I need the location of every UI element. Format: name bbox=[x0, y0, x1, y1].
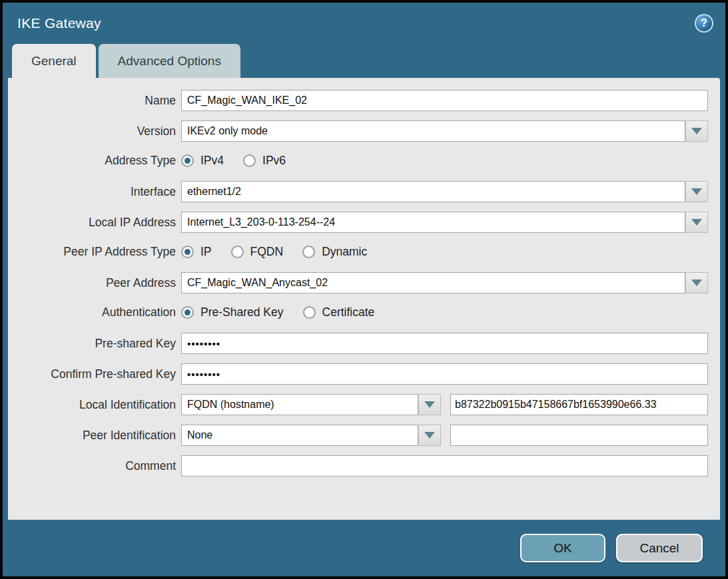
tab-bar: General Advanced Options bbox=[3, 44, 725, 78]
peer-identification-label: Peer Identification bbox=[8, 429, 176, 443]
fqdn-radio[interactable] bbox=[231, 246, 244, 258]
address-type-label: Address Type bbox=[8, 154, 176, 168]
peer-identification-type-dropdown[interactable]: None bbox=[181, 425, 441, 446]
peer-identification-type-value[interactable]: None bbox=[181, 425, 418, 446]
interface-label: Interface bbox=[8, 185, 176, 199]
row-name: Name bbox=[8, 90, 720, 111]
comment-input[interactable] bbox=[181, 455, 708, 477]
ike-gateway-dialog: IKE Gateway ? General Advanced Options N… bbox=[0, 0, 728, 579]
peer-identification-value-input[interactable] bbox=[450, 425, 708, 446]
radio-option-ip: IP bbox=[181, 245, 212, 259]
local-identification-value-input[interactable] bbox=[450, 394, 708, 415]
row-pre-shared-key: Pre-shared Key bbox=[8, 333, 720, 354]
ipv4-radio[interactable] bbox=[181, 154, 194, 167]
dynamic-radio-label: Dynamic bbox=[322, 245, 367, 259]
chevron-down-icon bbox=[691, 280, 702, 286]
row-address-type: Address Type IPv4 IPv6 bbox=[8, 151, 720, 170]
cancel-button[interactable]: Cancel bbox=[616, 534, 703, 562]
ip-radio-label: IP bbox=[200, 245, 212, 259]
chevron-down-icon bbox=[691, 128, 702, 134]
row-peer-identification: Peer Identification None bbox=[8, 425, 720, 446]
certificate-radio[interactable] bbox=[303, 306, 316, 319]
local-ip-address-value[interactable]: Internet_L3_203-0-113-254--24 bbox=[181, 212, 685, 233]
local-ip-address-dropdown[interactable]: Internet_L3_203-0-113-254--24 bbox=[181, 212, 708, 233]
chevron-down-icon bbox=[691, 219, 702, 226]
confirm-pre-shared-key-label: Confirm Pre-shared Key bbox=[8, 367, 176, 381]
chevron-down-icon bbox=[424, 401, 435, 408]
help-icon[interactable]: ? bbox=[695, 14, 713, 33]
row-confirm-pre-shared-key: Confirm Pre-shared Key bbox=[8, 363, 720, 385]
fqdn-radio-label: FQDN bbox=[250, 245, 284, 259]
row-local-identification: Local Identification FQDN (hostname) bbox=[8, 394, 720, 415]
ok-button[interactable]: OK bbox=[520, 534, 605, 562]
interface-value[interactable]: ethernet1/2 bbox=[181, 181, 685, 202]
local-ip-address-label: Local IP Address bbox=[8, 216, 176, 230]
peer-address-dropdown-button[interactable] bbox=[685, 272, 708, 293]
radio-option-ipv4: IPv4 bbox=[181, 154, 224, 168]
name-label: Name bbox=[8, 94, 176, 108]
local-ip-address-dropdown-button[interactable] bbox=[685, 212, 708, 233]
local-identification-label: Local Identification bbox=[8, 398, 176, 412]
row-comment: Comment bbox=[8, 455, 720, 477]
peer-address-label: Peer Address bbox=[8, 276, 176, 290]
version-value[interactable]: IKEv2 only mode bbox=[181, 120, 685, 142]
local-identification-type-dropdown[interactable]: FQDN (hostname) bbox=[181, 394, 441, 415]
chevron-down-icon bbox=[691, 188, 702, 195]
radio-option-certificate: Certificate bbox=[303, 305, 375, 319]
radio-option-fqdn: FQDN bbox=[231, 245, 284, 259]
peer-identification-dropdown-button[interactable] bbox=[418, 425, 441, 446]
title-bar: IKE Gateway ? bbox=[3, 3, 725, 44]
general-tab-panel: Name Version IKEv2 only mode Address Typ… bbox=[8, 78, 720, 520]
local-identification-type-value[interactable]: FQDN (hostname) bbox=[181, 394, 418, 415]
comment-label: Comment bbox=[8, 459, 176, 473]
certificate-radio-label: Certificate bbox=[322, 305, 375, 319]
dialog-title: IKE Gateway bbox=[17, 15, 101, 31]
pre-shared-key-radio-label: Pre-Shared Key bbox=[200, 305, 284, 319]
row-peer-ip-address-type: Peer IP Address Type IP FQDN Dynamic bbox=[8, 242, 720, 261]
local-identification-dropdown-button[interactable] bbox=[418, 394, 441, 415]
interface-dropdown[interactable]: ethernet1/2 bbox=[181, 181, 708, 202]
row-interface: Interface ethernet1/2 bbox=[8, 181, 720, 202]
ip-radio[interactable] bbox=[181, 246, 194, 258]
radio-option-pre-shared-key: Pre-Shared Key bbox=[181, 305, 284, 319]
peer-address-value[interactable]: CF_Magic_WAN_Anycast_02 bbox=[181, 272, 685, 293]
chevron-down-icon bbox=[424, 432, 435, 439]
dynamic-radio[interactable] bbox=[302, 246, 315, 258]
pre-shared-key-radio[interactable] bbox=[181, 306, 194, 319]
pre-shared-key-input[interactable] bbox=[181, 333, 708, 354]
confirm-pre-shared-key-input[interactable] bbox=[181, 363, 708, 385]
tab-general[interactable]: General bbox=[12, 44, 96, 78]
ipv6-radio[interactable] bbox=[243, 154, 256, 167]
radio-option-ipv6: IPv6 bbox=[243, 154, 286, 168]
tab-advanced-options[interactable]: Advanced Options bbox=[99, 44, 240, 78]
row-local-ip-address: Local IP Address Internet_L3_203-0-113-2… bbox=[8, 212, 720, 233]
interface-dropdown-button[interactable] bbox=[685, 181, 708, 202]
radio-option-dynamic: Dynamic bbox=[302, 245, 367, 259]
pre-shared-key-label: Pre-shared Key bbox=[8, 337, 176, 351]
ipv6-radio-label: IPv6 bbox=[262, 154, 286, 168]
row-authentication: Authentication Pre-Shared Key Certificat… bbox=[8, 303, 720, 321]
ipv4-radio-label: IPv4 bbox=[200, 154, 224, 168]
dialog-footer: OK Cancel bbox=[3, 520, 725, 576]
name-input[interactable] bbox=[181, 90, 708, 111]
row-peer-address: Peer Address CF_Magic_WAN_Anycast_02 bbox=[8, 272, 720, 293]
version-dropdown-button[interactable] bbox=[685, 120, 708, 142]
peer-ip-address-type-label: Peer IP Address Type bbox=[8, 245, 176, 259]
version-dropdown[interactable]: IKEv2 only mode bbox=[181, 120, 708, 142]
peer-address-dropdown[interactable]: CF_Magic_WAN_Anycast_02 bbox=[181, 272, 708, 293]
version-label: Version bbox=[8, 124, 176, 138]
row-version: Version IKEv2 only mode bbox=[8, 120, 720, 142]
authentication-label: Authentication bbox=[8, 305, 176, 319]
